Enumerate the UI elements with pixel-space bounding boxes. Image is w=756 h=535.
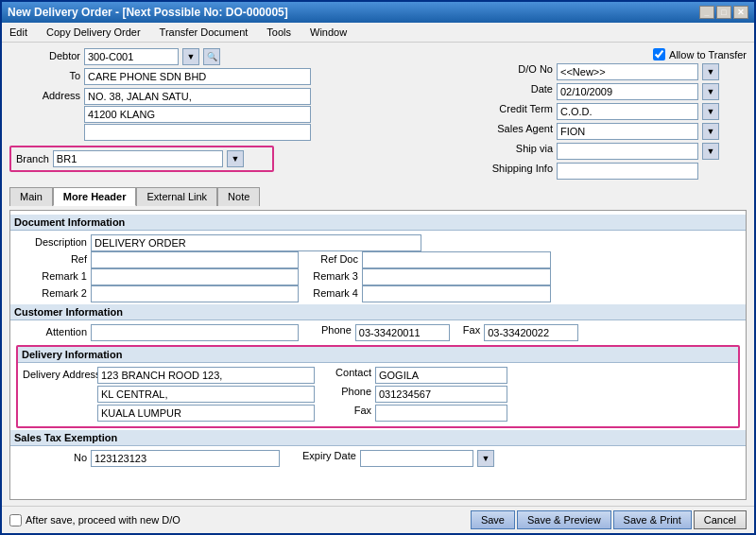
cancel-button[interactable]: Cancel: [694, 510, 747, 529]
delivery-address-row1: Delivery Address: [23, 367, 315, 384]
phone-label: Phone: [321, 324, 352, 336]
ref-row: Ref: [16, 251, 299, 268]
remark4-input[interactable]: [362, 285, 551, 302]
credit-term-dropdown-btn[interactable]: ▼: [702, 103, 719, 120]
tab-content-more-header: Document Information Description Ref Ref…: [9, 210, 747, 500]
description-row: Description: [16, 234, 740, 251]
action-buttons: Save Save & Preview Save & Print Cancel: [471, 510, 747, 529]
tab-external-link[interactable]: External Link: [136, 187, 217, 206]
delivery-phone-input[interactable]: [375, 386, 507, 403]
delivery-addr3-input[interactable]: [97, 405, 315, 422]
sales-agent-input[interactable]: [557, 123, 698, 140]
branch-dropdown-btn[interactable]: ▼: [227, 150, 244, 167]
left-header: Debtor ▼ 🔍 To Address: [9, 48, 474, 180]
tab-main[interactable]: Main: [9, 187, 53, 206]
shipping-info-input[interactable]: [557, 163, 698, 180]
save-button[interactable]: Save: [471, 510, 515, 529]
menu-window[interactable]: Window: [306, 25, 351, 40]
to-row: To: [9, 68, 474, 85]
remark12-row-container: Remark 1 Remark 3: [16, 268, 740, 285]
menu-transfer-document[interactable]: Transfer Document: [156, 25, 252, 40]
ship-via-dropdown-btn[interactable]: ▼: [702, 143, 719, 160]
address-line3-input[interactable]: [84, 124, 311, 141]
delivery-phone-row: Phone: [324, 386, 507, 403]
expiry-input[interactable]: [360, 450, 473, 467]
attention-input[interactable]: [91, 324, 299, 341]
menu-bar: Edit Copy Delivery Order Transfer Docume…: [2, 23, 754, 43]
do-no-dropdown-btn[interactable]: ▼: [702, 63, 719, 80]
tab-more-header[interactable]: More Header: [53, 187, 137, 206]
address-row: Address: [9, 88, 474, 141]
main-window: New Delivery Order - [Next Possible No: …: [0, 0, 756, 535]
save-print-button[interactable]: Save & Print: [613, 510, 692, 529]
sales-agent-label: Sales Agent: [482, 123, 553, 134]
remark4-label: Remark 4: [306, 285, 358, 299]
description-label: Description: [16, 234, 87, 248]
fax-input[interactable]: [484, 324, 578, 341]
minimize-button[interactable]: _: [699, 6, 714, 19]
sales-tax-section: Sales Tax Exemption No Expiry Date ▼: [16, 432, 740, 467]
delivery-addr2-input[interactable]: [97, 386, 315, 403]
ship-via-input[interactable]: [557, 143, 698, 160]
debtor-input[interactable]: [84, 48, 179, 65]
delivery-address-row2: [23, 386, 315, 403]
menu-edit[interactable]: Edit: [6, 25, 31, 40]
date-row: Date ▼: [482, 83, 747, 100]
remark24-row-container: Remark 2 Remark 4: [16, 285, 740, 302]
expiry-label: Expiry Date: [302, 450, 356, 461]
tax-no-input[interactable]: [91, 450, 280, 467]
title-bar: New Delivery Order - [Next Possible No: …: [2, 2, 754, 23]
remark4-row: Remark 4: [306, 285, 551, 302]
remark3-input[interactable]: [362, 268, 551, 285]
form-content: Debtor ▼ 🔍 To Address: [2, 43, 754, 506]
branch-input[interactable]: [53, 150, 223, 167]
to-input[interactable]: [84, 68, 311, 85]
phone-input[interactable]: [355, 324, 450, 341]
date-label: Date: [482, 83, 553, 95]
expiry-dropdown-btn[interactable]: ▼: [477, 450, 494, 467]
menu-copy-delivery[interactable]: Copy Delivery Order: [43, 25, 145, 40]
debtor-dropdown-btn[interactable]: ▼: [182, 48, 199, 65]
date-input[interactable]: [557, 83, 698, 100]
remark3-row: Remark 3: [306, 268, 551, 285]
debtor-label: Debtor: [9, 48, 80, 61]
sales-agent-dropdown-btn[interactable]: ▼: [702, 123, 719, 140]
date-dropdown-btn[interactable]: ▼: [702, 83, 719, 100]
menu-tools[interactable]: Tools: [263, 25, 295, 40]
attention-row: Attention Phone Fax: [16, 324, 740, 341]
close-button[interactable]: ✕: [733, 6, 748, 19]
to-label: To: [9, 68, 80, 81]
delivery-addr1-input[interactable]: [97, 367, 315, 384]
contact-input[interactable]: [375, 367, 507, 384]
description-input[interactable]: [91, 234, 421, 251]
debtor-search-btn[interactable]: 🔍: [203, 48, 220, 65]
document-info-section: Document Information Description Ref Ref…: [16, 216, 740, 302]
sales-agent-row: Sales Agent ▼: [482, 123, 747, 140]
delivery-fax-input[interactable]: [375, 405, 507, 422]
tab-bar: Main More Header External Link Note: [9, 187, 747, 206]
address-line2-input[interactable]: [84, 106, 311, 123]
maximize-button[interactable]: □: [716, 6, 731, 19]
delivery-address-label: Delivery Address: [23, 367, 94, 380]
ref-input[interactable]: [91, 251, 299, 268]
tax-no-label: No: [16, 450, 87, 463]
tax-no-row: No Expiry Date ▼: [16, 450, 740, 467]
delivery-address-row3: [23, 405, 315, 422]
remark2-input[interactable]: [91, 285, 299, 302]
remark3-label: Remark 3: [306, 268, 358, 282]
delivery-fax-label: Fax: [324, 405, 371, 416]
address-line1-input[interactable]: [84, 88, 311, 105]
allow-transfer-checkbox[interactable]: [653, 48, 665, 60]
credit-term-input[interactable]: [557, 103, 698, 120]
delivery-right: Contact Phone Fax: [324, 367, 507, 422]
debtor-row: Debtor ▼ 🔍: [9, 48, 474, 65]
remark2-row: Remark 2: [16, 285, 299, 302]
do-no-input[interactable]: [557, 63, 698, 80]
shipping-info-label: Shipping Info: [482, 163, 553, 174]
after-save-checkbox[interactable]: [9, 514, 22, 526]
ref-doc-input[interactable]: [362, 251, 551, 268]
tab-note[interactable]: Note: [217, 187, 260, 206]
customer-info-section: Customer Information Attention Phone Fax: [16, 306, 740, 341]
save-preview-button[interactable]: Save & Preview: [517, 510, 611, 529]
remark1-input[interactable]: [91, 268, 299, 285]
